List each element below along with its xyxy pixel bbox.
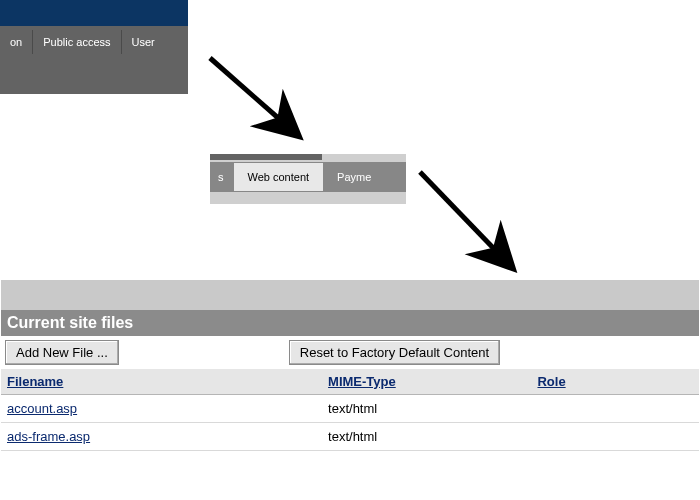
file-mime: text/html bbox=[322, 423, 531, 451]
file-link[interactable]: account.asp bbox=[7, 401, 77, 416]
subnav-item-payment-partial[interactable]: Payme bbox=[323, 163, 385, 191]
topnav-tail bbox=[0, 68, 188, 94]
file-link[interactable]: ads-frame.asp bbox=[7, 429, 90, 444]
topnav-item-partial[interactable]: on bbox=[0, 30, 33, 54]
subnav-tabs: s Web content Payme bbox=[210, 162, 406, 192]
arrow-icon bbox=[400, 160, 550, 280]
file-mime: text/html bbox=[322, 395, 531, 423]
subnav-item-web-content[interactable]: Web content bbox=[234, 163, 324, 191]
file-role bbox=[531, 395, 699, 423]
panel-title: Current site files bbox=[1, 310, 699, 336]
panel-spacer bbox=[1, 280, 699, 310]
file-role bbox=[531, 423, 699, 451]
reset-factory-button[interactable]: Reset to Factory Default Content bbox=[289, 340, 500, 365]
panel-toolbar: Add New File ... Reset to Factory Defaul… bbox=[1, 336, 699, 369]
sort-role-link[interactable]: Role bbox=[537, 374, 565, 389]
subnav-accent-bar bbox=[210, 154, 322, 160]
arrow-icon bbox=[190, 46, 320, 146]
table-header-row: Filename MIME-Type Role bbox=[1, 369, 699, 395]
subnav-fragment: s Web content Payme bbox=[210, 154, 406, 204]
sort-filename-link[interactable]: Filename bbox=[7, 374, 63, 389]
topnav-fragment: on Public access User bbox=[0, 0, 188, 94]
subnav-item-partial-left[interactable]: s bbox=[210, 163, 234, 191]
col-mime[interactable]: MIME-Type bbox=[322, 369, 531, 395]
col-role[interactable]: Role bbox=[531, 369, 699, 395]
col-filename[interactable]: Filename bbox=[1, 369, 322, 395]
site-files-panel: Current site files Add New File ... Rese… bbox=[1, 280, 699, 451]
svg-line-1 bbox=[420, 172, 500, 255]
topnav-item-user-partial[interactable]: User bbox=[122, 30, 165, 54]
table-row: ads-frame.asp text/html bbox=[1, 423, 699, 451]
table-row: account.asp text/html bbox=[1, 395, 699, 423]
svg-line-0 bbox=[210, 58, 285, 124]
topnav-tabs: on Public access User bbox=[0, 26, 188, 68]
sort-mime-link[interactable]: MIME-Type bbox=[328, 374, 396, 389]
topnav-item-public-access[interactable]: Public access bbox=[33, 30, 121, 54]
topnav-header-bar bbox=[0, 0, 188, 26]
files-table: Filename MIME-Type Role account.asp text… bbox=[1, 369, 699, 451]
add-new-file-button[interactable]: Add New File ... bbox=[5, 340, 119, 365]
